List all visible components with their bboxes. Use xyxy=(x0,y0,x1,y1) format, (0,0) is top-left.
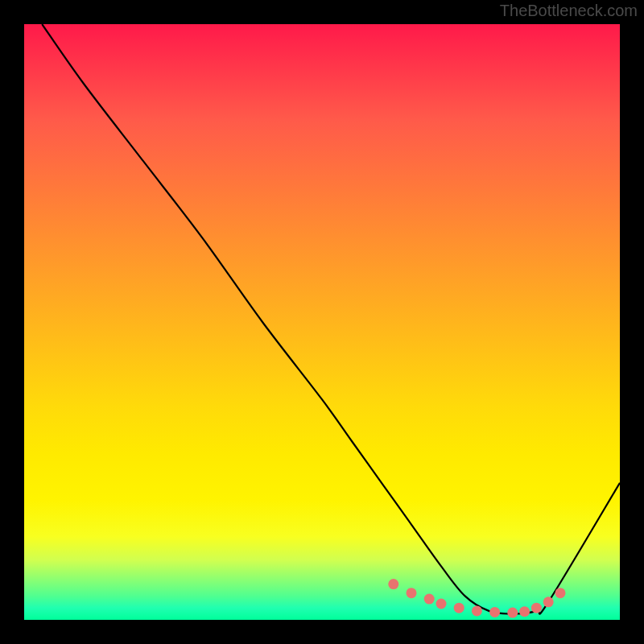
marker-dot xyxy=(507,608,518,618)
chart-container: TheBottleneck.com xyxy=(0,0,644,644)
marker-dot xyxy=(489,607,500,617)
bottleneck-curve xyxy=(42,24,620,614)
marker-dot xyxy=(472,605,482,616)
marker-dot xyxy=(388,579,398,589)
marker-dot xyxy=(543,597,554,607)
marker-dot xyxy=(519,606,530,617)
watermark-text: TheBottleneck.com xyxy=(500,2,638,20)
marker-dot xyxy=(436,599,447,609)
marker-dot xyxy=(454,603,464,613)
marker-dot xyxy=(555,588,566,598)
curve-svg xyxy=(24,24,620,620)
marker-dot xyxy=(407,588,417,598)
marker-dot xyxy=(424,594,435,605)
marker-dots xyxy=(388,579,565,618)
plot-area xyxy=(24,24,620,620)
marker-dot xyxy=(531,603,542,613)
